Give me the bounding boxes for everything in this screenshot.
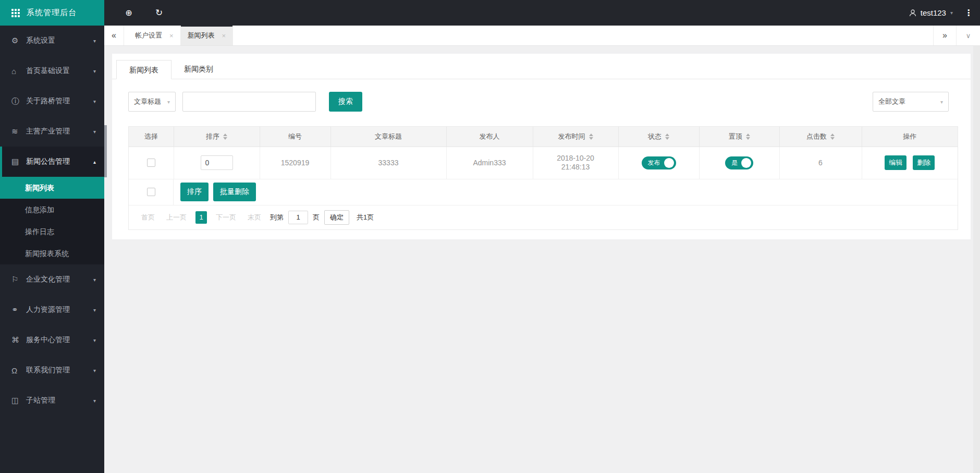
col-publish-time[interactable]: 发布时间	[533, 127, 618, 147]
col-select: 选择	[129, 127, 174, 147]
close-icon[interactable]: ×	[222, 32, 226, 40]
pinned-toggle[interactable]: 是	[725, 156, 753, 169]
row-checkbox[interactable]	[147, 159, 155, 167]
last-page-link[interactable]: 末页	[248, 213, 261, 222]
sidebar-subitem-news-report[interactable]: 新闻报表系统	[0, 242, 104, 264]
chevron-down-icon: ▾	[93, 68, 96, 74]
first-page-link[interactable]: 首页	[141, 213, 155, 222]
sidebar-item-label: 主营产业管理	[26, 127, 93, 136]
window-tab-account-settings[interactable]: 帐户设置 ×	[128, 26, 181, 45]
topbar: ⊕ ↻ test123 ▾ ⋮	[104, 0, 980, 26]
col-clicks[interactable]: 点击数	[779, 127, 862, 147]
sidebar-item-homepage-settings[interactable]: ⌂ 首页基础设置 ▾	[0, 56, 104, 86]
edit-button[interactable]: 编辑	[885, 155, 906, 170]
col-actions: 操作	[862, 127, 958, 147]
sidebar-item-system-settings[interactable]: ⚙ 系统设置 ▾	[0, 26, 104, 56]
chevron-down-icon: ▾	[93, 99, 96, 104]
delete-button[interactable]: 删除	[913, 155, 935, 170]
sidebar-subitem-info-add[interactable]: 信息添加	[0, 199, 104, 221]
search-field-select[interactable]: 文章标题 ▾	[128, 92, 176, 112]
sidebar-item-label: 关于路桥管理	[26, 96, 93, 106]
row-title: 33333	[330, 147, 446, 179]
tab-label: 新闻列表	[188, 31, 215, 40]
close-icon[interactable]: ×	[169, 32, 174, 40]
expand-tabs-button[interactable]: »	[933, 26, 956, 45]
building-icon: ◫	[11, 396, 26, 405]
category-select[interactable]: 全部文章 ▾	[873, 92, 949, 112]
refresh-icon[interactable]: ↻	[154, 7, 164, 18]
sidebar-item-label: 企业文化管理	[26, 275, 93, 284]
sidebar-item-label: 服务中心管理	[26, 335, 93, 345]
batch-sort-button[interactable]: 排序	[180, 183, 209, 201]
current-page[interactable]: 1	[195, 211, 207, 224]
toggle-label: 是	[731, 159, 738, 167]
username: test123	[921, 8, 946, 17]
toggle-label: 发布	[648, 159, 660, 167]
sidebar-item-about-management[interactable]: ⓘ 关于路桥管理 ▾	[0, 86, 104, 116]
main-scrollbar[interactable]	[973, 46, 980, 473]
row-author: Admin333	[446, 147, 533, 179]
sort-icon[interactable]	[589, 134, 593, 140]
batch-actions-row: 排序 批量删除	[129, 179, 958, 205]
col-sort[interactable]: 排序	[174, 127, 260, 147]
status-toggle[interactable]: 发布	[642, 156, 676, 169]
goto-page-input[interactable]	[288, 211, 308, 224]
tab-news-list[interactable]: 新闻列表	[116, 60, 172, 79]
sort-icon[interactable]	[665, 134, 669, 140]
prev-page-link[interactable]: 上一页	[166, 213, 187, 222]
sort-icon[interactable]	[830, 134, 835, 140]
tab-options-button[interactable]: ∨	[956, 26, 980, 45]
col-pinned[interactable]: 置顶	[699, 127, 779, 147]
publish-clock: 21:48:13	[533, 163, 618, 172]
headset-icon: Ω	[11, 366, 26, 375]
goto-confirm-button[interactable]: 确定	[324, 210, 349, 225]
sort-icon[interactable]	[223, 134, 227, 140]
row-sort-input[interactable]	[201, 155, 233, 170]
search-input[interactable]	[182, 92, 316, 112]
sidebar-item-contact-management[interactable]: Ω 联系我们管理 ▾	[0, 355, 104, 385]
sidebar-scrollbar-thumb[interactable]	[104, 125, 107, 177]
window-tab-news-list[interactable]: 新闻列表 ×	[181, 26, 234, 45]
select-value: 全部文章	[878, 97, 905, 106]
chevron-down-icon: ▾	[167, 99, 170, 105]
chevron-down-icon: ▾	[940, 99, 943, 105]
sidebar-subitem-operation-log[interactable]: 操作日志	[0, 221, 104, 242]
col-author: 发布人	[446, 127, 533, 147]
sidebar: 系统管理后台 ⚙ 系统设置 ▾ ⌂ 首页基础设置 ▾ ⓘ 关于路桥管理 ▾ ≋ …	[0, 0, 104, 473]
sidebar-item-label: 联系我们管理	[26, 366, 93, 375]
sidebar-subitem-news-list[interactable]: 新闻列表	[0, 177, 104, 199]
tab-news-category[interactable]: 新闻类别	[172, 59, 226, 79]
app-logo: 系统管理后台	[0, 0, 104, 26]
sidebar-item-hr-management[interactable]: ⚭ 人力资源管理 ▾	[0, 295, 104, 325]
sidebar-item-service-center[interactable]: ⌘ 服务中心管理 ▾	[0, 325, 104, 355]
chevron-down-icon: ▾	[93, 277, 96, 283]
col-status[interactable]: 状态	[618, 127, 699, 147]
sidebar-item-news-management[interactable]: ▤ 新闻公告管理 ▴	[0, 147, 104, 177]
sidebar-item-industry-management[interactable]: ≋ 主营产业管理 ▾	[0, 116, 104, 147]
collapse-tabs-button[interactable]: «	[104, 26, 124, 45]
sidebar-item-label: 子站管理	[26, 396, 93, 405]
layers-icon: ≋	[11, 127, 26, 136]
sidebar-item-culture-management[interactable]: ⚐ 企业文化管理 ▾	[0, 264, 104, 295]
gear-icon: ⚙	[11, 36, 26, 45]
sidebar-item-subsite-management[interactable]: ◫ 子站管理 ▾	[0, 385, 104, 416]
more-menu-icon[interactable]: ⋮	[964, 8, 973, 18]
batch-delete-button[interactable]: 批量删除	[213, 183, 256, 201]
select-all-checkbox[interactable]	[147, 188, 155, 196]
next-page-link[interactable]: 下一页	[216, 213, 236, 222]
table-row: 1520919 33333 Admin333 2018-10-20 21:48:…	[129, 147, 958, 179]
page-unit-label: 页	[313, 213, 320, 222]
globe-icon[interactable]: ⊕	[124, 8, 134, 18]
window-tabstrip: « 帐户设置 × 新闻列表 × » ∨	[104, 26, 980, 46]
search-button[interactable]: 搜索	[329, 92, 362, 112]
publish-date: 2018-10-20	[533, 154, 618, 163]
chevron-down-icon: ▾	[93, 368, 96, 373]
grid-icon	[11, 9, 20, 17]
table-header-row: 选择 排序 编号 文章标题 发布人 发布时间 状态 置顶 点击数 操作	[129, 127, 958, 147]
user-menu[interactable]: test123 ▾	[909, 8, 953, 17]
chevron-down-icon: ▾	[93, 307, 96, 313]
sort-icon[interactable]	[746, 134, 750, 140]
users-icon: ⚭	[11, 305, 26, 314]
main-content: 新闻列表 新闻类别 文章标题 ▾ 搜索 全部文章 ▾	[104, 46, 980, 473]
col-id: 编号	[260, 127, 330, 147]
